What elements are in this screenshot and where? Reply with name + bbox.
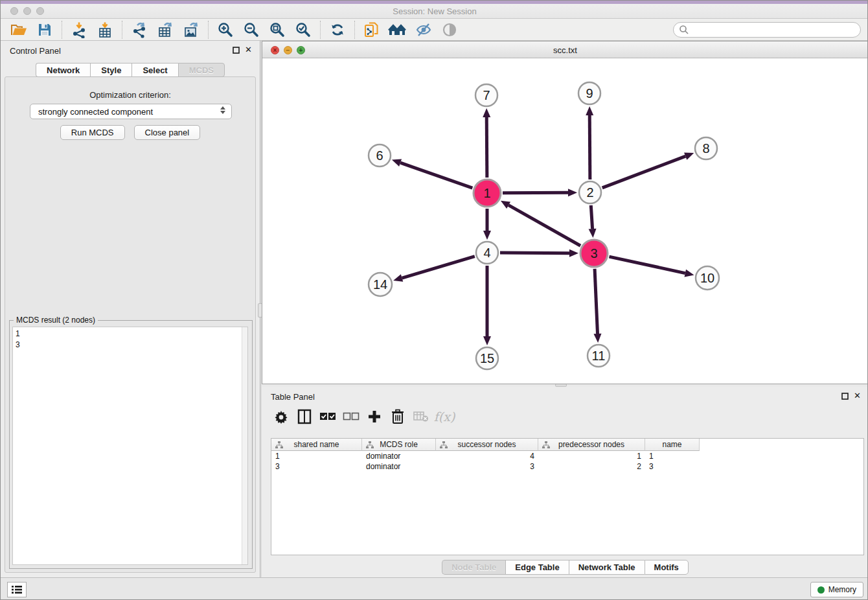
delete-column-icon[interactable] bbox=[387, 407, 408, 426]
import-table-icon[interactable] bbox=[95, 21, 115, 39]
table-panel-title: Table Panel bbox=[271, 392, 315, 402]
column-header-MCDS-role[interactable]: MCDS role bbox=[362, 439, 436, 451]
node-2[interactable]: 2 bbox=[579, 181, 601, 203]
node-1[interactable]: 1 bbox=[474, 179, 501, 207]
node-10[interactable]: 10 bbox=[696, 266, 719, 290]
node-8[interactable]: 8 bbox=[695, 137, 717, 159]
tab-style[interactable]: Style bbox=[90, 63, 131, 77]
zoom-out-icon[interactable] bbox=[242, 21, 261, 39]
mcds-result-box: MCDS result (2 nodes) 13 bbox=[9, 320, 253, 569]
arrowhead-icon bbox=[483, 336, 491, 345]
edge-4-3[interactable] bbox=[500, 249, 578, 257]
close-table-panel-icon[interactable]: ✕ bbox=[854, 392, 861, 400]
network-canvas[interactable]: 1234678910111415 bbox=[262, 58, 868, 384]
edge-2-9[interactable] bbox=[586, 106, 593, 179]
table-row[interactable]: 3dominator323 bbox=[271, 461, 863, 472]
zoom-selected-icon[interactable] bbox=[293, 21, 313, 39]
tab-select[interactable]: Select bbox=[131, 63, 177, 77]
table-row[interactable]: 1dominator411 bbox=[271, 451, 863, 461]
zoom-fit-icon[interactable] bbox=[268, 21, 287, 39]
arrowhead-icon bbox=[483, 108, 490, 117]
column-header-successor-nodes[interactable]: successor nodes bbox=[436, 439, 538, 451]
tab-edge-table[interactable]: Edge Table bbox=[505, 560, 568, 575]
arrowhead-icon bbox=[594, 334, 602, 343]
svg-text:9: 9 bbox=[586, 86, 593, 100]
cell-name: 3 bbox=[645, 461, 700, 472]
edge-1-2[interactable] bbox=[503, 189, 577, 196]
cell-MCDS-role: dominator bbox=[362, 451, 436, 461]
tab-network-table[interactable]: Network Table bbox=[569, 560, 645, 575]
node-4[interactable]: 4 bbox=[476, 242, 498, 264]
import-network-icon[interactable] bbox=[69, 21, 89, 39]
hide-graphics-details-icon[interactable] bbox=[414, 21, 433, 39]
zoom-in-icon[interactable] bbox=[216, 21, 235, 39]
mcds-result-lines: 13 bbox=[16, 329, 247, 351]
arrowhead-icon bbox=[589, 229, 597, 238]
edge-1-4[interactable] bbox=[483, 209, 491, 240]
clone-network-icon[interactable] bbox=[362, 21, 382, 39]
edge-3-1[interactable] bbox=[501, 201, 580, 246]
add-column-icon[interactable] bbox=[364, 407, 385, 426]
result-scrollbar[interactable] bbox=[242, 327, 247, 564]
deselect-all-rows-icon[interactable] bbox=[341, 407, 361, 426]
tab-motifs[interactable]: Motifs bbox=[645, 560, 689, 575]
edge-1-7[interactable] bbox=[483, 108, 490, 178]
node-9[interactable]: 9 bbox=[578, 82, 600, 104]
select-stepper-icon bbox=[220, 106, 225, 114]
svg-text:15: 15 bbox=[480, 351, 494, 365]
save-session-icon[interactable] bbox=[35, 21, 54, 39]
edge-2-3[interactable] bbox=[589, 205, 597, 238]
network-window-title-bar[interactable]: × − + scc.txt bbox=[262, 41, 868, 58]
column-header-name[interactable]: name bbox=[645, 439, 700, 451]
column-selector-icon[interactable] bbox=[294, 407, 315, 426]
edge-2-8[interactable] bbox=[602, 152, 694, 187]
task-history-button[interactable] bbox=[7, 582, 27, 597]
arrowhead-icon bbox=[586, 106, 593, 115]
network-view-window: × − + scc.txt 1234678910111415 bbox=[262, 41, 868, 384]
close-panel-button[interactable]: Close panel bbox=[134, 125, 201, 140]
node-3[interactable]: 3 bbox=[580, 240, 608, 267]
node-7[interactable]: 7 bbox=[475, 84, 497, 106]
mcds-result-list[interactable]: 13 bbox=[12, 327, 248, 565]
node-table[interactable]: shared nameMCDS rolesuccessor nodesprede… bbox=[271, 438, 864, 555]
open-session-icon[interactable] bbox=[9, 21, 29, 39]
toolbar-separator bbox=[320, 21, 321, 39]
cell-MCDS-role: dominator bbox=[362, 461, 436, 472]
float-panel-icon[interactable] bbox=[233, 47, 240, 54]
node-6[interactable]: 6 bbox=[369, 144, 391, 167]
network-window-title: scc.txt bbox=[262, 45, 868, 55]
edge-4-15[interactable] bbox=[483, 266, 491, 345]
result-line: 3 bbox=[16, 340, 247, 351]
memory-button[interactable]: Memory bbox=[810, 582, 863, 597]
export-table-icon[interactable] bbox=[155, 21, 175, 39]
node-15[interactable]: 15 bbox=[476, 347, 498, 369]
settings-gear-icon[interactable] bbox=[271, 407, 291, 426]
tab-network[interactable]: Network bbox=[36, 63, 90, 77]
edge-3-11[interactable] bbox=[594, 269, 602, 343]
svg-text:11: 11 bbox=[592, 349, 606, 363]
export-network-icon[interactable] bbox=[130, 21, 149, 39]
cell-successor-nodes: 4 bbox=[436, 451, 538, 461]
delete-table-icon bbox=[411, 407, 431, 426]
edge-4-14[interactable] bbox=[393, 257, 475, 282]
tab-mcds[interactable]: MCDS bbox=[178, 63, 225, 77]
edge-3-10[interactable] bbox=[609, 257, 694, 277]
first-neighbors-icon[interactable] bbox=[388, 21, 407, 39]
control-panel: Control Panel ✕ NetworkStyleSelectMCDS O… bbox=[1, 41, 260, 577]
node-11[interactable]: 11 bbox=[588, 345, 610, 367]
float-table-panel-icon[interactable] bbox=[841, 393, 849, 400]
node-14[interactable]: 14 bbox=[369, 273, 392, 296]
close-panel-icon[interactable]: ✕ bbox=[245, 46, 252, 54]
search-input[interactable] bbox=[689, 23, 860, 36]
export-image-icon[interactable] bbox=[181, 21, 201, 39]
column-header-predecessor-nodes[interactable]: predecessor nodes bbox=[538, 439, 645, 451]
tab-node-table[interactable]: Node Table bbox=[442, 560, 505, 575]
window-title-bar: Session: New Session bbox=[1, 1, 868, 19]
cell-shared-name: 3 bbox=[271, 461, 362, 472]
refresh-layout-icon[interactable] bbox=[328, 21, 347, 39]
criterion-select[interactable]: strongly connected component bbox=[30, 104, 232, 119]
column-header-shared-name[interactable]: shared name bbox=[271, 439, 362, 451]
run-mcds-button[interactable]: Run MCDS bbox=[60, 125, 125, 140]
edge-1-6[interactable] bbox=[392, 159, 472, 189]
select-all-rows-icon[interactable] bbox=[317, 407, 338, 426]
